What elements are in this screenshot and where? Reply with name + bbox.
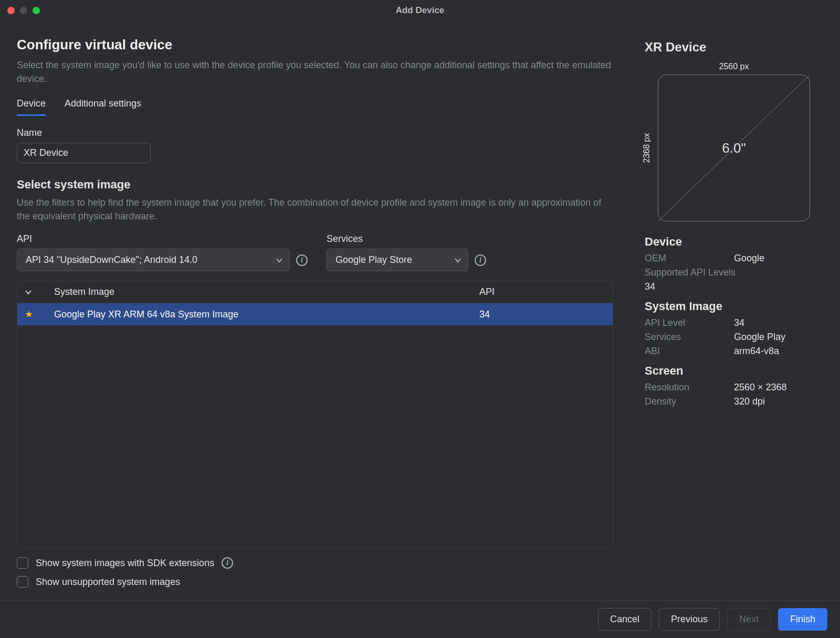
titlebar: Add Device xyxy=(0,0,840,21)
sysimg-heading: System Image xyxy=(645,300,823,313)
side-title: XR Device xyxy=(645,40,823,55)
table-row[interactable]: ★ Google Play XR ARM 64 v8a System Image… xyxy=(17,303,613,325)
services-filter-label: Services xyxy=(327,233,486,244)
supported-api-value: 34 xyxy=(645,281,823,292)
system-image-title: Select system image xyxy=(17,178,613,192)
density-key: Density xyxy=(645,396,734,407)
chevron-down-icon[interactable] xyxy=(25,289,54,296)
abi-key: ABI xyxy=(645,346,734,357)
page-title: Configure virtual device xyxy=(17,37,613,53)
resolution-key: Resolution xyxy=(645,382,734,393)
abi-value: arm64-v8a xyxy=(734,346,823,357)
system-image-subtitle: Use the filters to help find the system … xyxy=(17,196,613,223)
services-key: Services xyxy=(645,332,734,343)
cancel-button[interactable]: Cancel xyxy=(598,608,652,631)
device-preview: 2368 px 6.0" xyxy=(658,75,810,221)
tab-device[interactable]: Device xyxy=(17,98,46,116)
minimize-window-icon xyxy=(20,7,27,14)
resolution-value: 2560 × 2368 xyxy=(734,382,823,393)
info-icon[interactable]: i xyxy=(475,254,486,266)
preview-width-label: 2560 px xyxy=(645,62,823,71)
show-unsupported-label: Show unsupported system images xyxy=(36,577,180,588)
device-heading: Device xyxy=(645,235,823,249)
supported-api-key: Supported API Levels xyxy=(645,267,823,278)
oem-value: Google xyxy=(734,253,823,264)
table-header: System Image API xyxy=(17,281,613,303)
api-level-value: 34 xyxy=(734,317,823,328)
previous-button[interactable]: Previous xyxy=(659,608,720,631)
info-icon[interactable]: i xyxy=(222,557,233,569)
preview-diagonal: 6.0" xyxy=(722,140,746,156)
api-filter-value: API 34 "UpsideDownCake"; Android 14.0 xyxy=(26,254,197,265)
show-sdk-ext-label: Show system images with SDK extensions xyxy=(36,558,214,569)
row-api: 34 xyxy=(479,309,605,320)
zoom-window-icon[interactable] xyxy=(33,7,40,14)
system-image-table: System Image API ★ Google Play XR ARM 64… xyxy=(17,281,613,548)
traffic-lights xyxy=(7,7,40,14)
tabs: Device Additional settings xyxy=(17,98,613,116)
info-icon[interactable]: i xyxy=(296,254,308,266)
col-system-image[interactable]: System Image xyxy=(54,286,479,297)
chevron-down-icon xyxy=(454,257,461,264)
density-value: 320 dpi xyxy=(734,396,823,407)
services-filter-dropdown[interactable]: Google Play Store xyxy=(327,249,468,271)
close-window-icon[interactable] xyxy=(7,7,15,14)
chevron-down-icon xyxy=(276,257,283,264)
star-icon: ★ xyxy=(25,309,54,320)
col-api[interactable]: API xyxy=(479,286,605,297)
preview-height-label: 2368 px xyxy=(642,133,652,163)
window-title: Add Device xyxy=(396,5,445,16)
tab-additional-settings[interactable]: Additional settings xyxy=(65,98,141,116)
row-name: Google Play XR ARM 64 v8a System Image xyxy=(54,309,479,320)
services-value: Google Play xyxy=(734,332,823,343)
screen-heading: Screen xyxy=(645,364,823,378)
page-subtitle: Select the system image you'd like to us… xyxy=(17,58,613,86)
show-unsupported-checkbox[interactable] xyxy=(17,576,28,588)
finish-button[interactable]: Finish xyxy=(778,608,827,631)
api-level-key: API Level xyxy=(645,317,734,328)
footer: Cancel Previous Next Finish xyxy=(0,600,840,638)
name-input[interactable] xyxy=(17,143,151,163)
api-filter-dropdown[interactable]: API 34 "UpsideDownCake"; Android 14.0 xyxy=(17,249,290,271)
api-filter-label: API xyxy=(17,233,308,244)
services-filter-value: Google Play Store xyxy=(335,254,412,265)
show-sdk-ext-checkbox[interactable] xyxy=(17,557,28,569)
next-button: Next xyxy=(727,608,771,631)
name-label: Name xyxy=(17,127,613,139)
oem-key: OEM xyxy=(645,253,734,264)
